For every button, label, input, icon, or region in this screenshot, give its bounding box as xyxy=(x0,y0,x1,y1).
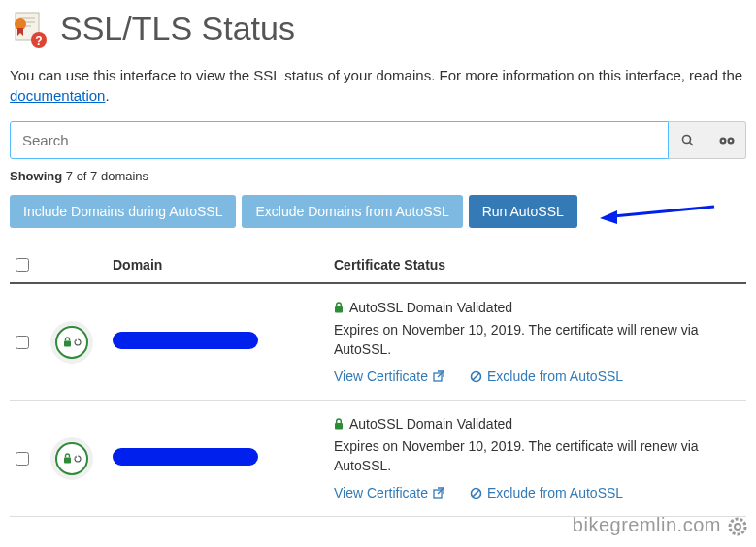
domain-cell xyxy=(113,448,334,468)
lock-icon xyxy=(334,302,344,313)
settings-button[interactable] xyxy=(707,121,746,159)
result-count: Showing 7 of 7 domains xyxy=(10,169,746,183)
svg-line-26 xyxy=(438,488,444,494)
count-label: Showing xyxy=(10,169,62,183)
svg-point-7 xyxy=(682,135,690,143)
exclude-from-autossl-link[interactable]: Exclude from AutoSSL xyxy=(470,485,623,500)
external-link-icon xyxy=(433,487,444,499)
annotation-arrow xyxy=(600,203,716,226)
intro-before: You can use this interface to view the S… xyxy=(10,67,742,83)
include-domains-button[interactable]: Include Domains during AutoSSL xyxy=(10,195,236,228)
table-header: Domain Certificate Status xyxy=(10,247,746,284)
svg-line-28 xyxy=(473,490,479,497)
status-cell: AutoSSL Domain Validated Expires on Nove… xyxy=(334,416,740,500)
svg-point-10 xyxy=(721,139,723,141)
watermark: bikegremlin.com xyxy=(573,514,748,527)
column-header-domain[interactable]: Domain xyxy=(113,257,334,273)
svg-marker-14 xyxy=(600,210,617,224)
expires-text: Expires on November 10, 2019. The certif… xyxy=(334,321,740,359)
run-autossl-button[interactable]: Run AutoSSL xyxy=(469,195,577,228)
svg-text:?: ? xyxy=(35,34,42,48)
redacted-domain xyxy=(113,332,258,349)
search-button[interactable] xyxy=(669,121,707,159)
exclude-domains-button[interactable]: Exclude Domains from AutoSSL xyxy=(242,195,462,228)
documentation-link[interactable]: documentation xyxy=(10,87,105,104)
svg-point-12 xyxy=(729,139,731,141)
svg-marker-16 xyxy=(74,338,76,341)
status-label: AutoSSL Domain Validated xyxy=(349,300,512,315)
lock-icon xyxy=(63,337,72,347)
svg-point-30 xyxy=(735,524,740,528)
search-row xyxy=(10,121,746,159)
view-certificate-link[interactable]: View Certificate xyxy=(334,369,444,384)
page-title: SSL/TLS Status xyxy=(60,10,295,48)
column-header-status[interactable]: Certificate Status xyxy=(334,257,740,273)
external-link-icon xyxy=(433,370,444,382)
ban-icon xyxy=(470,487,482,499)
svg-line-13 xyxy=(613,207,714,216)
svg-rect-24 xyxy=(335,423,343,430)
gears-icon xyxy=(718,134,736,147)
status-label: AutoSSL Domain Validated xyxy=(349,416,512,432)
table-row: AutoSSL Domain Validated Expires on Nove… xyxy=(10,401,746,517)
view-certificate-link[interactable]: View Certificate xyxy=(334,485,444,500)
certificate-icon: ? xyxy=(10,11,47,48)
gear-icon xyxy=(727,516,748,528)
domain-cell xyxy=(113,332,334,352)
table-row: AutoSSL Domain Validated Expires on Nove… xyxy=(10,284,746,401)
search-input[interactable] xyxy=(10,121,669,159)
exclude-label: Exclude from AutoSSL xyxy=(487,369,623,384)
view-certificate-label: View Certificate xyxy=(334,485,428,500)
svg-line-19 xyxy=(438,371,444,377)
intro-after: . xyxy=(105,87,109,104)
exclude-label: Exclude from AutoSSL xyxy=(487,485,623,500)
exclude-from-autossl-link[interactable]: Exclude from AutoSSL xyxy=(470,369,623,384)
redacted-domain xyxy=(113,448,258,466)
view-certificate-label: View Certificate xyxy=(334,369,428,384)
svg-rect-22 xyxy=(64,458,71,464)
lock-icon xyxy=(63,453,72,464)
ssl-status-icon xyxy=(50,437,93,480)
search-icon xyxy=(681,134,695,147)
watermark-text: bikegremlin.com xyxy=(573,514,721,527)
intro-text: You can use this interface to view the S… xyxy=(10,65,746,106)
row-checkbox[interactable] xyxy=(16,336,29,349)
count-value: 7 of 7 domains xyxy=(66,169,148,183)
ssl-status-icon xyxy=(50,321,93,364)
svg-line-8 xyxy=(689,142,693,145)
svg-marker-23 xyxy=(74,455,76,458)
svg-rect-15 xyxy=(64,341,71,347)
lock-icon xyxy=(334,418,344,430)
status-cell: AutoSSL Domain Validated Expires on Nove… xyxy=(334,300,740,384)
svg-line-21 xyxy=(473,373,479,380)
page-header: ? SSL/TLS Status xyxy=(10,10,746,48)
expires-text: Expires on November 10, 2019. The certif… xyxy=(334,437,740,475)
ban-icon xyxy=(470,370,482,383)
row-checkbox[interactable] xyxy=(16,452,29,466)
svg-rect-17 xyxy=(335,306,343,313)
action-button-row: Include Domains during AutoSSL Exclude D… xyxy=(10,195,746,228)
select-all-checkbox[interactable] xyxy=(16,258,29,272)
refresh-icon xyxy=(74,455,82,463)
refresh-icon xyxy=(74,338,82,346)
